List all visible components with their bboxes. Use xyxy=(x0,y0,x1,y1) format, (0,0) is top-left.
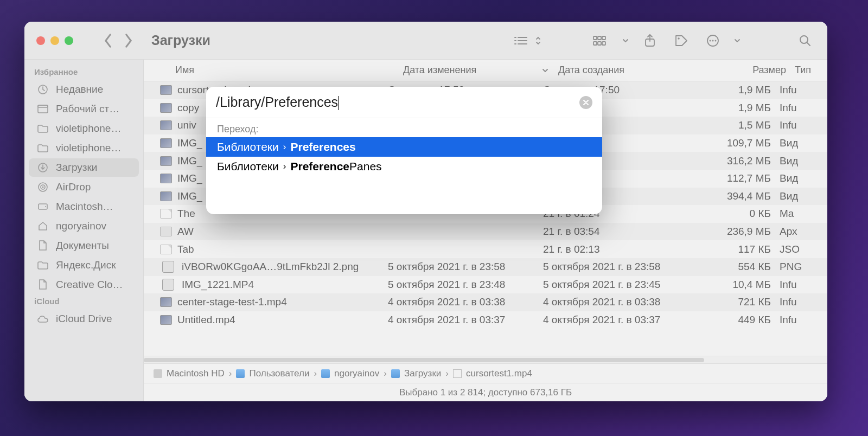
disk-icon xyxy=(36,200,49,213)
sidebar-item-label: violetiphone… xyxy=(56,142,121,154)
file-type: Вид xyxy=(780,172,812,184)
sidebar-item-label: ngoryainov xyxy=(56,220,106,232)
close-window-button[interactable] xyxy=(36,36,45,45)
file-icon xyxy=(160,174,172,183)
go-to-section-label: Переход: xyxy=(206,118,602,137)
go-to-folder-dialog: /Library/Preferences Переход: Библиотеки… xyxy=(206,87,602,214)
share-button[interactable] xyxy=(640,30,660,51)
view-options-caret-icon[interactable] xyxy=(534,30,542,51)
forward-button[interactable] xyxy=(121,33,136,48)
file-type: JSO xyxy=(780,243,812,255)
group-by-caret-icon[interactable] xyxy=(622,30,629,51)
file-name: IMG_1221.MP4 xyxy=(182,279,254,291)
file-name: copy xyxy=(177,102,199,114)
minimize-window-button[interactable] xyxy=(50,36,59,45)
sidebar-item-label: AirDrop xyxy=(56,181,91,193)
svg-point-26 xyxy=(42,187,44,188)
sidebar-item[interactable]: violetiphone… xyxy=(29,139,139,157)
pathbar-item[interactable]: Загрузки xyxy=(404,368,441,379)
file-row[interactable]: iVBORw0KGgoAA…9tLmFkb2Jl 2.png5 октября … xyxy=(144,258,827,276)
file-name: Tab xyxy=(177,243,194,255)
file-row[interactable]: IMG_1221.MP45 октября 2021 г. в 23:485 о… xyxy=(144,276,827,294)
chevron-right-icon: › xyxy=(314,368,317,379)
search-button[interactable] xyxy=(795,30,815,51)
column-header-type[interactable]: Тип xyxy=(795,65,827,76)
sidebar-item[interactable]: ngoryainov xyxy=(29,217,139,235)
list-view-button[interactable] xyxy=(510,30,531,51)
fullscreen-window-button[interactable] xyxy=(65,36,73,45)
column-headers: Имя Дата изменения Дата создания Размер … xyxy=(144,60,827,81)
sidebar-item-label: Creative Clo… xyxy=(56,279,123,291)
file-row[interactable]: AW21 г. в 03:54236,9 МБАрх xyxy=(144,223,827,241)
pathbar-item[interactable]: Macintosh HD xyxy=(167,368,225,379)
pathbar-item[interactable]: cursortest1.mp4 xyxy=(466,368,532,379)
file-type: Вид xyxy=(780,137,812,149)
sidebar-item[interactable]: Creative Clo… xyxy=(29,275,139,294)
cloud-icon xyxy=(36,312,49,325)
action-menu-caret-icon[interactable] xyxy=(734,30,741,51)
column-header-size[interactable]: Размер xyxy=(713,65,795,76)
go-to-suggestion-item[interactable]: Библиотеки›PreferencePanes xyxy=(206,157,602,176)
file-size: 1,5 МБ xyxy=(698,119,780,131)
download-icon xyxy=(36,161,49,174)
back-button[interactable] xyxy=(100,33,116,48)
sort-descending-icon xyxy=(542,68,548,73)
sidebar-item[interactable]: violetiphone… xyxy=(29,119,139,138)
sidebar-item-label: violetiphone… xyxy=(56,123,121,134)
horizontal-scrollbar[interactable] xyxy=(144,356,827,363)
sidebar-item[interactable]: AirDrop xyxy=(29,178,139,196)
sidebar-item[interactable]: Яндекс.Диск xyxy=(29,256,139,274)
svg-rect-10 xyxy=(598,42,601,45)
file-size: 1,9 МБ xyxy=(698,102,780,114)
clear-input-button[interactable] xyxy=(579,96,592,109)
file-created: 5 октября 2021 г. в 23:45 xyxy=(543,279,698,291)
document-icon xyxy=(36,278,49,291)
tags-button[interactable] xyxy=(671,30,692,51)
file-type: Вид xyxy=(780,190,812,202)
svg-point-16 xyxy=(712,40,714,41)
sidebar-item[interactable]: Загрузки xyxy=(29,158,139,177)
file-icon xyxy=(162,261,174,273)
sidebar-item[interactable]: Недавние xyxy=(29,80,139,99)
action-menu-button[interactable] xyxy=(703,30,723,51)
svg-rect-8 xyxy=(602,36,605,40)
go-to-suggestion-item[interactable]: Библиотеки›Preferences xyxy=(206,137,602,157)
pathbar-item[interactable]: Пользователи xyxy=(249,368,309,379)
go-to-path-input-value: /Library/Preferences xyxy=(216,94,338,110)
chevron-right-icon: › xyxy=(384,368,387,379)
column-header-created[interactable]: Дата создания xyxy=(558,65,713,76)
file-row[interactable]: Untitled.mp44 октября 2021 г. в 03:374 о… xyxy=(144,311,827,329)
file-row[interactable]: Tab21 г. в 02:13117 КБJSO xyxy=(144,240,827,258)
file-name: iVBORw0KGgoAA…9tLmFkb2Jl 2.png xyxy=(182,261,359,273)
chevron-right-icon: › xyxy=(445,368,449,379)
file-type: Infu xyxy=(780,314,812,326)
window-title: Загрузки xyxy=(151,33,210,48)
desktop-icon xyxy=(36,102,49,116)
file-modified: 5 октября 2021 г. в 23:58 xyxy=(388,261,543,273)
titlebar: Загрузки xyxy=(24,22,827,60)
group-by-button[interactable] xyxy=(591,30,611,51)
document-icon xyxy=(36,239,49,252)
sidebar-item[interactable]: Рабочий ст… xyxy=(29,100,139,118)
column-header-modified[interactable]: Дата изменения xyxy=(403,65,558,76)
file-name: IMG_ xyxy=(177,190,202,202)
file-size: 0 КБ xyxy=(698,208,780,220)
file-modified: 4 октября 2021 г. в 03:38 xyxy=(388,296,543,308)
file-name: IMG_ xyxy=(177,137,202,149)
file-icon xyxy=(160,227,172,236)
column-header-name[interactable]: Имя xyxy=(175,65,403,76)
sidebar-item[interactable]: Документы xyxy=(29,236,139,255)
pathbar-icon xyxy=(391,369,400,378)
file-row[interactable]: center-stage-test-1.mp44 октября 2021 г.… xyxy=(144,293,827,311)
file-icon xyxy=(160,315,172,325)
sidebar-item-label: Недавние xyxy=(56,84,103,95)
pathbar-item[interactable]: ngoryainov xyxy=(334,368,379,379)
chevron-right-icon: › xyxy=(283,142,286,152)
sidebar-item[interactable]: Macintosh… xyxy=(29,197,139,216)
go-to-path-input[interactable]: /Library/Preferences xyxy=(216,94,579,110)
svg-rect-9 xyxy=(593,42,597,45)
sidebar-section-label: iCloud xyxy=(24,294,143,309)
sidebar-item[interactable]: iCloud Drive xyxy=(29,310,139,328)
status-bar: Выбрано 1 из 2 814; доступно 673,16 ГБ xyxy=(144,383,827,401)
file-size: 109,7 МБ xyxy=(698,137,780,149)
